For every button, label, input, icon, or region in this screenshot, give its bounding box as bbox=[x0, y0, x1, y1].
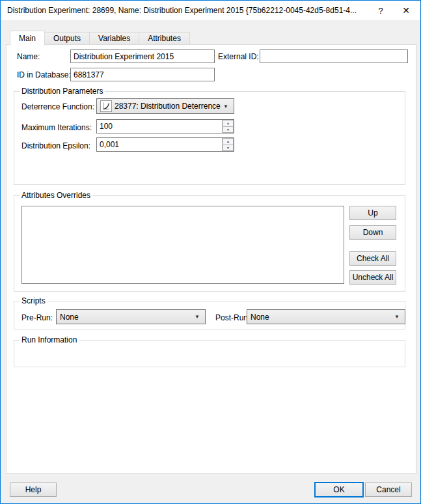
spin-up-button[interactable]: ▲ bbox=[223, 138, 234, 145]
name-input[interactable] bbox=[70, 49, 215, 63]
attributes-overrides-group-label: Attributes Overrides bbox=[20, 191, 92, 200]
post-run-label: Post-Run: bbox=[215, 313, 250, 323]
tab-outputs[interactable]: Outputs bbox=[45, 32, 90, 45]
deterrence-function-dropdown[interactable]: 28377: Distribution Deterrence ▼ bbox=[96, 98, 234, 114]
dialog-window: Distribution Experiment: 28699, Name: Di… bbox=[0, 0, 421, 504]
triangle-up-icon: ▲ bbox=[226, 121, 230, 125]
pre-run-label: Pre-Run: bbox=[21, 313, 53, 323]
tab-main[interactable]: Main bbox=[10, 31, 45, 46]
run-information-group: Run Information bbox=[14, 340, 405, 367]
tab-attributes[interactable]: Attributes bbox=[139, 32, 190, 45]
maximum-iterations-spinner[interactable]: 100 ▲ ▼ bbox=[96, 119, 234, 133]
distribution-epsilon-spinner[interactable]: 0,001 ▲ ▼ bbox=[96, 137, 234, 152]
window-title: Distribution Experiment: 28699, Name: Di… bbox=[1, 6, 370, 15]
deterrence-function-label: Deterrence Function: bbox=[21, 102, 94, 112]
pre-run-value: None bbox=[60, 313, 193, 322]
spin-up-button[interactable]: ▲ bbox=[223, 120, 234, 126]
attributes-overrides-list[interactable] bbox=[21, 206, 344, 284]
spin-down-button[interactable]: ▼ bbox=[223, 126, 234, 133]
deterrence-curve-icon bbox=[100, 100, 112, 112]
pre-run-dropdown[interactable]: None ▼ bbox=[56, 309, 206, 324]
ok-button[interactable]: OK bbox=[314, 482, 364, 497]
help-button[interactable]: Help bbox=[10, 483, 57, 497]
spin-down-button[interactable]: ▼ bbox=[223, 145, 234, 152]
external-id-label: External ID: bbox=[218, 52, 259, 62]
title-bar: Distribution Experiment: 28699, Name: Di… bbox=[1, 1, 420, 20]
post-run-value: None bbox=[251, 313, 392, 322]
cancel-button[interactable]: Cancel bbox=[365, 483, 412, 497]
name-label: Name: bbox=[17, 52, 40, 62]
triangle-down-icon: ▼ bbox=[226, 128, 230, 132]
chevron-down-icon: ▼ bbox=[193, 314, 202, 320]
deterrence-function-value: 28377: Distribution Deterrence bbox=[112, 102, 221, 111]
triangle-up-icon: ▲ bbox=[226, 139, 230, 143]
check-all-button[interactable]: Check All bbox=[349, 251, 396, 266]
scripts-group-label: Scripts bbox=[20, 296, 48, 305]
chevron-down-icon: ▼ bbox=[221, 104, 230, 109]
up-button[interactable]: Up bbox=[349, 206, 396, 220]
close-icon: ✕ bbox=[402, 5, 410, 16]
question-mark-icon: ? bbox=[378, 6, 383, 16]
id-in-database-input[interactable] bbox=[70, 68, 215, 81]
tab-variables[interactable]: Variables bbox=[90, 32, 139, 45]
uncheck-all-button[interactable]: Uncheck All bbox=[349, 270, 396, 285]
maximum-iterations-value: 100 bbox=[97, 120, 222, 133]
post-run-dropdown[interactable]: None ▼ bbox=[247, 309, 405, 324]
run-information-group-label: Run Information bbox=[20, 335, 79, 344]
chevron-down-icon: ▼ bbox=[392, 314, 401, 320]
distribution-parameters-group-label: Distribution Parameters bbox=[20, 87, 105, 96]
spin-buttons: ▲ ▼ bbox=[222, 120, 234, 133]
triangle-down-icon: ▼ bbox=[226, 146, 230, 150]
context-help-button[interactable]: ? bbox=[370, 1, 392, 20]
tab-strip: Main Outputs Variables Attributes bbox=[10, 30, 190, 45]
external-id-input[interactable] bbox=[260, 49, 408, 63]
id-in-database-label: ID in Database: bbox=[17, 70, 71, 80]
maximum-iterations-label: Maximum Iterations: bbox=[21, 123, 92, 133]
distribution-epsilon-label: Distribution Epsilon: bbox=[21, 141, 90, 151]
spin-buttons: ▲ ▼ bbox=[222, 138, 234, 151]
distribution-epsilon-value: 0,001 bbox=[97, 138, 222, 151]
close-button[interactable]: ✕ bbox=[392, 1, 420, 20]
down-button[interactable]: Down bbox=[349, 225, 396, 240]
